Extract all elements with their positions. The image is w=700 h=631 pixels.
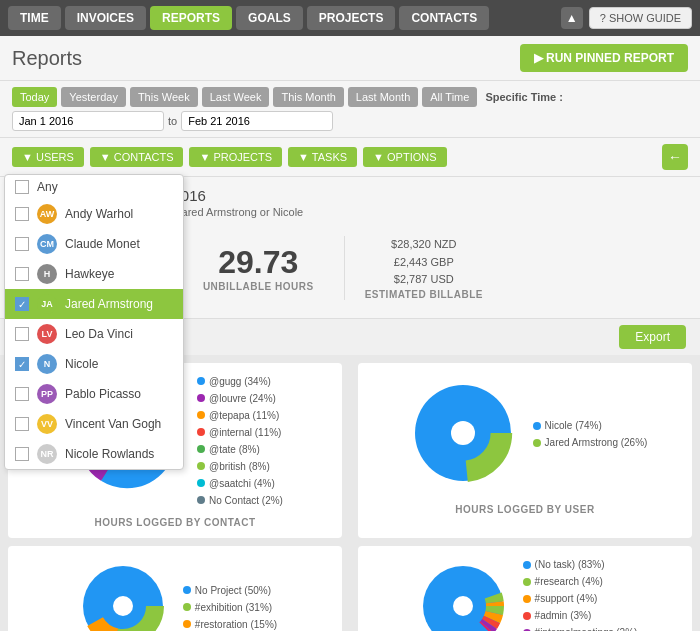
to-label: to [168, 115, 177, 127]
jared-avatar: JA [37, 294, 57, 314]
bottom-charts: No Project (50%) #exhibition (31%) #rest… [0, 546, 700, 631]
dropdown-jared-label: Jared Armstrong [65, 297, 153, 311]
vincent-checkbox[interactable] [15, 417, 29, 431]
nicoleR-avatar: NR [37, 444, 57, 464]
unbillable-hours-value: 29.73 [203, 244, 314, 281]
top-nav: TIME INVOICES REPORTS GOALS PROJECTS CON… [0, 0, 700, 36]
dropdown-nicole[interactable]: N Nicole [5, 349, 183, 379]
users-label: Jared Armstrong or Nicole [176, 206, 303, 218]
estimated-values: $28,320 NZD £2,443 GBP $2,787 USD [365, 236, 483, 289]
to-date-input[interactable] [181, 111, 333, 131]
legend-louvre: @louvre (24%) [197, 390, 283, 407]
jared-checkbox[interactable] [15, 297, 29, 311]
legend-tate: @tate (8%) [197, 441, 283, 458]
show-guide-btn[interactable]: ? SHOW GUIDE [589, 7, 692, 29]
nav-time[interactable]: TIME [8, 6, 61, 30]
pablo-avatar: PP [37, 384, 57, 404]
bottom-right-chart: (No task) (83%) #research (4%) #support … [358, 546, 692, 631]
legend-dot-internal [197, 428, 205, 436]
nav-invoices[interactable]: INVOICES [65, 6, 146, 30]
legend-saatchi: @saatchi (4%) [197, 475, 283, 492]
filter-options-btn[interactable]: ▼ OPTIONS [363, 147, 446, 167]
dropdown-pablo[interactable]: PP Pablo Picasso [5, 379, 183, 409]
estimated-nzd: $28,320 NZD [365, 236, 483, 254]
filter-projects-btn[interactable]: ▼ PROJECTS [189, 147, 282, 167]
filter-this-week[interactable]: This Week [130, 87, 198, 107]
estimated-usd: $2,787 USD [365, 271, 483, 289]
legend-internal: @internal (11%) [197, 424, 283, 441]
filter-last-month[interactable]: Last Month [348, 87, 418, 107]
dropdown-vincent[interactable]: VV Vincent Van Gogh [5, 409, 183, 439]
dropdown-leo-label: Leo Da Vinci [65, 327, 133, 341]
claude-avatar: CM [37, 234, 57, 254]
legend-dot-nicole [533, 422, 541, 430]
dropdown-any[interactable]: Any [5, 175, 183, 199]
nicoleR-checkbox[interactable] [15, 447, 29, 461]
filter-last-week[interactable]: Last Week [202, 87, 270, 107]
left-chart-legend: @gugg (34%) @louvre (24%) @tepapa (11%) … [197, 373, 283, 509]
dropdown-vincent-label: Vincent Van Gogh [65, 417, 161, 431]
estimated-gbp: £2,443 GBP [365, 254, 483, 272]
filter-tasks-btn[interactable]: ▼ TASKS [288, 147, 357, 167]
andy-checkbox[interactable] [15, 207, 29, 221]
legend-admin: #admin (3%) [523, 607, 638, 624]
export-btn[interactable]: Export [619, 325, 686, 349]
any-checkbox[interactable] [15, 180, 29, 194]
filter-users-btn[interactable]: ▼ USERS [12, 147, 84, 167]
claude-checkbox[interactable] [15, 237, 29, 251]
dropdown-andy-label: Andy Warhol [65, 207, 133, 221]
run-pinned-btn[interactable]: ▶ RUN PINNED REPORT [520, 44, 688, 72]
nicole-checkbox[interactable] [15, 357, 29, 371]
dropdown-jared[interactable]: JA Jared Armstrong [5, 289, 183, 319]
right-chart-title: HOURS LOGGED BY USER [368, 504, 682, 515]
svg-point-22 [453, 596, 473, 616]
dropdown-andy[interactable]: AW Andy Warhol [5, 199, 183, 229]
leo-avatar: LV [37, 324, 57, 344]
dropdown-leo[interactable]: LV Leo Da Vinci [5, 319, 183, 349]
hawkeye-avatar: H [37, 264, 57, 284]
legend-dot-tate [197, 445, 205, 453]
legend-dot-tepapa [197, 411, 205, 419]
dropdown-hawkeye[interactable]: H Hawkeye [5, 259, 183, 289]
filter-contacts-btn[interactable]: ▼ CONTACTS [90, 147, 184, 167]
legend-tepapa: @tepapa (11%) [197, 407, 283, 424]
nav-goals[interactable]: GOALS [236, 6, 303, 30]
filter-today[interactable]: Today [12, 87, 57, 107]
nav-contacts[interactable]: CONTACTS [399, 6, 489, 30]
legend-gugg: @gugg (34%) [197, 373, 283, 390]
legend-internalmeetings: #internalmeetings (2%) [523, 624, 638, 631]
filter-this-month[interactable]: This Month [273, 87, 343, 107]
andy-avatar: AW [37, 204, 57, 224]
reports-title: Reports [12, 47, 82, 70]
nav-reports[interactable]: REPORTS [150, 6, 232, 30]
right-chart-legend: Nicole (74%) Jared Armstrong (26%) [533, 417, 648, 451]
bottom-left-chart: No Project (50%) #exhibition (31%) #rest… [8, 546, 342, 631]
leo-checkbox[interactable] [15, 327, 29, 341]
legend-dot-british [197, 462, 205, 470]
unbillable-hours-label: UNBILLABLE HOURS [203, 281, 314, 292]
nav-collapse-btn[interactable]: ▲ [561, 7, 583, 29]
legend-nicole: Nicole (74%) [533, 417, 648, 434]
dropdown-nicoleR-label: Nicole Rowlands [65, 447, 154, 461]
nav-projects[interactable]: PROJECTS [307, 6, 396, 30]
bottom-left-legend: No Project (50%) #exhibition (31%) #rest… [183, 582, 277, 631]
specific-time-label: Specific Time : [485, 91, 562, 103]
legend-research: #research (4%) [523, 573, 638, 590]
filter-all-time[interactable]: All Time [422, 87, 477, 107]
nav-right: ▲ ? SHOW GUIDE [561, 7, 692, 29]
filter-yesterday[interactable]: Yesterday [61, 87, 126, 107]
dropdown-nicole-r[interactable]: NR Nicole Rowlands [5, 439, 183, 469]
filter-tags-bar: ▼ USERS ▼ CONTACTS ▼ PROJECTS ▼ TASKS ▼ … [0, 138, 700, 177]
back-btn[interactable]: ← [662, 144, 688, 170]
legend-exhibition: #exhibition (31%) [183, 599, 277, 616]
vincent-avatar: VV [37, 414, 57, 434]
legend-dot-louvre [197, 394, 205, 402]
dropdown-claude[interactable]: CM Claude Monet [5, 229, 183, 259]
from-date-input[interactable] [12, 111, 164, 131]
pablo-checkbox[interactable] [15, 387, 29, 401]
hawkeye-checkbox[interactable] [15, 267, 29, 281]
left-chart-title: HOURS LOGGED BY CONTACT [18, 517, 332, 528]
legend-jared: Jared Armstrong (26%) [533, 434, 648, 451]
legend-no-task: (No task) (83%) [523, 556, 638, 573]
legend-dot-jared [533, 439, 541, 447]
